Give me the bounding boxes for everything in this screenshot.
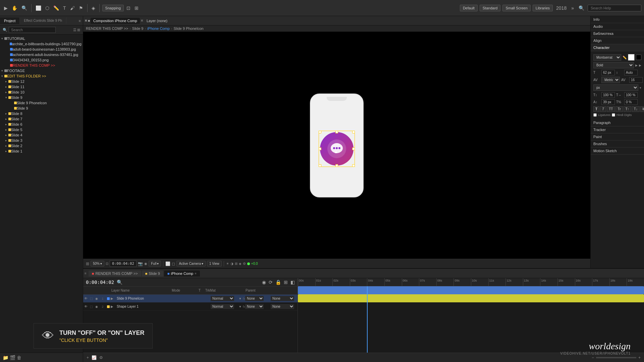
exposure-icon-1[interactable]: ☀ xyxy=(226,262,229,265)
tree-arrow[interactable]: ▸ xyxy=(5,123,7,126)
zoom-slider[interactable] xyxy=(596,357,636,358)
brush-icon[interactable]: 🖌 xyxy=(69,5,76,11)
hand-icon[interactable]: ✋ xyxy=(10,5,19,11)
leading-input[interactable] xyxy=(624,70,638,75)
comp-tab-active[interactable]: Composition iPhone Comp xyxy=(91,18,140,24)
font-family-select[interactable]: Montserrat xyxy=(593,54,621,61)
layer-1-lock[interactable]: ⬚ xyxy=(89,297,94,300)
breadcrumb-slide9[interactable]: Slide 9 xyxy=(132,26,144,31)
mask-icon[interactable]: ◈ xyxy=(239,262,241,265)
toggle-icon-1[interactable]: ⬜ xyxy=(165,261,170,266)
font-style-select[interactable]: Bold xyxy=(593,62,634,68)
bold-btn[interactable]: T xyxy=(593,106,599,112)
handle-bl[interactable] xyxy=(319,164,321,167)
tree-arrow[interactable]: ▾ xyxy=(1,69,3,72)
font-size-input[interactable] xyxy=(601,70,615,75)
tree-item[interactable]: Slide 9 xyxy=(0,106,83,111)
hscale-input[interactable] xyxy=(624,92,638,98)
comp-tab-close[interactable]: ✖ xyxy=(141,19,143,22)
layer-1-parent-select[interactable]: None xyxy=(271,296,294,301)
app-icon[interactable] xyxy=(320,132,354,166)
tree-item[interactable]: ▸Slide 12 xyxy=(0,79,83,84)
tree-item[interactable]: ▸Slide 3 xyxy=(0,138,83,143)
unit-arrow[interactable]: ▾ xyxy=(640,86,641,89)
breadcrumb-phoneicon[interactable]: Slide 9 PhoneIcon xyxy=(173,26,203,31)
baseline-input[interactable] xyxy=(601,99,615,105)
handle-br[interactable] xyxy=(352,164,355,167)
snap-icon-2[interactable]: ⊞ xyxy=(133,5,140,11)
text-color-swatch[interactable] xyxy=(628,54,635,61)
arrow-icon-1[interactable]: ▶ xyxy=(635,64,638,67)
zoom-control[interactable]: 50% ▾ xyxy=(91,261,104,266)
toggle-icon-2[interactable]: ◻ xyxy=(172,261,175,266)
tree-item[interactable]: ▸Slide 7 xyxy=(0,116,83,122)
tree-arrow[interactable]: ▸ xyxy=(5,80,7,83)
unit-select[interactable]: px xyxy=(593,84,638,91)
vp-grid-icon[interactable]: ⊞ xyxy=(86,261,89,266)
stroke-color-swatch[interactable] xyxy=(636,55,641,60)
layer-tab[interactable]: Layer (none) xyxy=(147,19,167,23)
tree-arrow[interactable]: ▸ xyxy=(5,144,7,147)
expand-all-icon[interactable]: ⊞ xyxy=(284,280,288,285)
tree-arrow[interactable]: ▸ xyxy=(5,90,7,94)
standard-btn[interactable]: Standard xyxy=(480,5,501,11)
layer-2-solo[interactable]: ◉ xyxy=(94,305,99,308)
draft-icon[interactable]: ◧ xyxy=(290,280,295,285)
layer-2-parent-select[interactable]: None xyxy=(271,304,294,309)
handle-tr[interactable] xyxy=(352,131,355,133)
tree-arrow[interactable]: ▾ xyxy=(1,37,3,40)
strikethrough-btn[interactable]: T̶ xyxy=(640,106,644,112)
kerning-select[interactable]: Metrics xyxy=(601,77,620,83)
prop-icon[interactable]: ⚙ xyxy=(243,262,246,265)
layer-1-name[interactable]: Slide 9 PhoneIcon xyxy=(115,297,211,300)
hindi-digits-check[interactable] xyxy=(612,113,615,117)
default-btn[interactable]: Default xyxy=(460,5,478,11)
tree-arrow[interactable]: ▸ xyxy=(5,117,7,121)
layer-2-vis[interactable]: 👁 xyxy=(83,305,89,308)
tree-item[interactable]: ▸Slide 1 xyxy=(0,148,83,154)
zoom-icon[interactable]: 🔍 xyxy=(20,5,29,11)
sync-icon[interactable]: ⟳ xyxy=(269,280,273,285)
shape-icon[interactable]: ⬡ xyxy=(44,5,51,11)
view-layout-btn[interactable]: 1 View xyxy=(207,261,222,266)
grid-overlay-icon[interactable]: ⊞ xyxy=(235,262,237,265)
section-audio[interactable]: Audio xyxy=(591,23,644,30)
layer-1-trkmat-select[interactable]: None xyxy=(245,296,264,301)
tree-arrow[interactable]: ▸ xyxy=(5,85,7,88)
smallcaps-btn[interactable]: Tr xyxy=(615,106,623,112)
list-view-icon[interactable]: ☰ xyxy=(73,28,76,32)
section-tracker[interactable]: Tracker xyxy=(591,126,644,133)
tree-item[interactable]: ▸Slide 5 xyxy=(0,127,83,132)
tab-effect-controls[interactable]: Effect Controls Slide 9 Ph xyxy=(20,17,66,24)
camera-icon[interactable]: 📷 xyxy=(138,261,143,266)
layer-2-fx[interactable]: fx xyxy=(243,305,245,308)
tree-arrow[interactable]: ▾ xyxy=(5,96,7,99)
tree-item[interactable]: ▸Slide 2 xyxy=(0,143,83,148)
new-comp-icon[interactable]: 🎬 xyxy=(10,355,15,360)
section-motion-sketch[interactable]: Motion Sketch xyxy=(591,147,644,155)
section-info[interactable]: Info xyxy=(591,16,644,23)
snap-icon-1[interactable]: ⊡ xyxy=(125,5,132,11)
project-search-input[interactable] xyxy=(9,27,56,33)
ligatures-check[interactable] xyxy=(593,113,597,117)
handle-tl[interactable] xyxy=(319,131,321,133)
layer-1-fx[interactable]: fx xyxy=(243,297,245,300)
tree-item[interactable]: ▾EDIT THIS FOLDER >> xyxy=(0,73,83,79)
tree-arrow[interactable]: ▸ xyxy=(5,139,7,142)
tree-arrow[interactable]: ▸ xyxy=(5,128,7,131)
layer-2-trkmat-select[interactable]: None xyxy=(245,304,264,309)
track-bar-2[interactable] xyxy=(298,294,644,302)
iphone-tab-menu[interactable]: ≡ xyxy=(195,272,196,275)
timeline-tab-render[interactable]: ■ RENDER THIS COMP >> xyxy=(89,270,141,277)
search-layers-icon[interactable]: 🔍 xyxy=(117,280,122,285)
play-icon[interactable]: ▶ xyxy=(3,5,9,11)
section-character[interactable]: Character xyxy=(591,44,644,51)
super-btn[interactable]: T↑ xyxy=(624,106,631,112)
handle-bc[interactable] xyxy=(335,164,338,167)
tree-arrow[interactable]: ▸ xyxy=(5,149,7,153)
vscale-input[interactable] xyxy=(601,92,615,98)
handle-tc[interactable] xyxy=(335,131,338,133)
text-icon[interactable]: T xyxy=(62,5,67,11)
tree-item[interactable]: ▸Slide 8 xyxy=(0,111,83,116)
italic-btn[interactable]: T xyxy=(600,106,606,112)
